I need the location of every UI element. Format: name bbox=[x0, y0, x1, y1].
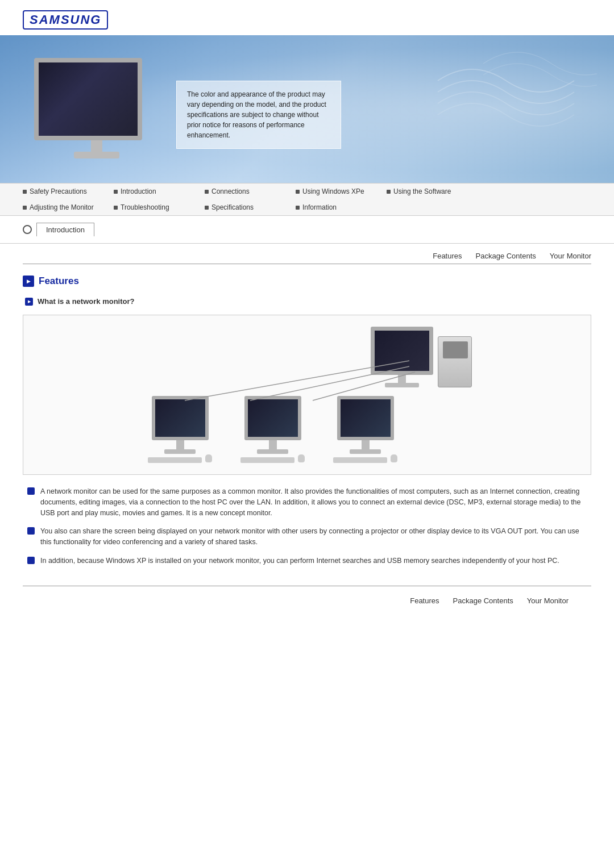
bottom-sub-nav-package[interactable]: Package Contents bbox=[453, 596, 513, 605]
pc-monitor-unit bbox=[371, 327, 433, 387]
nav-item-software[interactable]: Using the Software bbox=[387, 183, 478, 199]
features-heading: Features bbox=[23, 276, 591, 287]
sub-nav-features[interactable]: Features bbox=[433, 252, 462, 260]
pc-monitor-foot bbox=[385, 383, 419, 387]
nav-label-intro: Introduction bbox=[121, 187, 156, 195]
monitor-foot-3 bbox=[350, 449, 381, 454]
main-content: Features What is a network monitor? bbox=[0, 264, 614, 586]
bullet-text-3: In addition, because Windows XP is insta… bbox=[40, 556, 559, 566]
bottom-sub-nav-your-monitor[interactable]: Your Monitor bbox=[527, 596, 569, 605]
nav-label-adjusting: Adjusting the Monitor bbox=[30, 203, 94, 211]
keyboard-1 bbox=[148, 457, 202, 463]
features-bullet-list: A network monitor can be used for the sa… bbox=[27, 486, 591, 566]
hero-banner: The color and appearance of the product … bbox=[0, 35, 614, 183]
nav-bullet-information bbox=[296, 206, 300, 210]
bullet-icon-3 bbox=[27, 557, 35, 564]
nav-item-adjusting[interactable]: Adjusting the Monitor bbox=[23, 199, 114, 215]
nav-label-troubleshooting: Troubleshooting bbox=[121, 203, 169, 211]
nav-item-intro[interactable]: Introduction bbox=[114, 183, 205, 199]
top-sub-nav: Features Package Contents Your Monitor bbox=[0, 244, 614, 264]
nav-bullet-connections bbox=[205, 190, 209, 194]
mouse-3 bbox=[391, 454, 397, 462]
breadcrumb-tab[interactable]: Introduction bbox=[36, 223, 94, 236]
diagram-container bbox=[136, 327, 478, 463]
nav-bullet-specifications bbox=[205, 206, 209, 210]
hero-description-box: The color and appearance of the product … bbox=[176, 81, 341, 149]
sub-heading-network: What is a network monitor? bbox=[25, 297, 591, 306]
keyboard-mouse-2 bbox=[240, 454, 305, 463]
nav-label-connections: Connections bbox=[211, 187, 250, 195]
keyboard-3 bbox=[333, 457, 387, 463]
bullet-item-2: You also can share the screen being disp… bbox=[27, 526, 591, 548]
bullet-item-3: In addition, because Windows XP is insta… bbox=[27, 556, 591, 566]
monitor-unit-1 bbox=[148, 396, 212, 463]
monitor-group bbox=[148, 396, 397, 463]
sub-heading-text: What is a network monitor? bbox=[38, 297, 134, 306]
hero-monitor-illustration bbox=[34, 58, 159, 172]
pc-tower bbox=[438, 336, 472, 387]
navigation-bar: Safety Precautions Introduction Connecti… bbox=[0, 183, 614, 216]
hero-waves-decoration bbox=[426, 47, 597, 160]
nav-row-1: Safety Precautions Introduction Connecti… bbox=[23, 183, 591, 199]
monitor-screen-2 bbox=[244, 396, 301, 440]
nav-item-information[interactable]: Information bbox=[296, 199, 387, 215]
mouse-2 bbox=[298, 454, 305, 462]
keyboard-mouse-3 bbox=[333, 454, 397, 463]
sub-heading-icon bbox=[25, 298, 33, 306]
nav-bullet-software bbox=[387, 190, 391, 194]
nav-label-specifications: Specifications bbox=[211, 203, 254, 211]
nav-item-windows[interactable]: Using Windows XPe bbox=[296, 183, 387, 199]
bullet-icon-2 bbox=[27, 527, 35, 535]
nav-bullet-windows bbox=[296, 190, 300, 194]
monitor-foot-1 bbox=[164, 449, 196, 454]
nav-bullet-safety bbox=[23, 190, 27, 194]
nav-label-information: Information bbox=[302, 203, 337, 211]
monitor-neck-2 bbox=[269, 440, 277, 449]
monitor-unit-3 bbox=[333, 396, 397, 463]
pc-monitor-screen bbox=[371, 327, 433, 375]
hero-description-text: The color and appearance of the product … bbox=[187, 90, 326, 139]
pc-group bbox=[371, 327, 472, 387]
logo-bar: SAMSUNG bbox=[0, 0, 614, 35]
bullet-text-1: A network monitor can be used for the sa… bbox=[40, 486, 591, 518]
nav-item-specifications[interactable]: Specifications bbox=[205, 199, 296, 215]
bullet-text-2: You also can share the screen being disp… bbox=[40, 526, 591, 548]
features-title: Features bbox=[39, 276, 79, 287]
nav-label-windows: Using Windows XPe bbox=[302, 187, 364, 195]
mouse-1 bbox=[205, 454, 212, 462]
hero-monitor-foot bbox=[74, 152, 119, 158]
breadcrumb-area: Introduction bbox=[0, 216, 614, 244]
nav-item-connections[interactable]: Connections bbox=[205, 183, 296, 199]
monitor-neck-3 bbox=[362, 440, 370, 449]
hero-monitor-neck bbox=[91, 140, 102, 152]
nav-bullet-intro bbox=[114, 190, 118, 194]
monitor-neck-1 bbox=[176, 440, 184, 449]
keyboard-2 bbox=[240, 457, 294, 463]
monitor-foot-2 bbox=[257, 449, 288, 454]
monitor-screen-1 bbox=[152, 396, 209, 440]
nav-item-safety[interactable]: Safety Precautions bbox=[23, 183, 114, 199]
bottom-sub-nav-features[interactable]: Features bbox=[410, 596, 439, 605]
nav-row-2: Adjusting the Monitor Troubleshooting Sp… bbox=[23, 199, 591, 215]
bullet-icon-1 bbox=[27, 487, 35, 495]
breadcrumb-icon bbox=[23, 225, 32, 234]
nav-label-safety: Safety Precautions bbox=[30, 187, 87, 195]
sub-nav-your-monitor[interactable]: Your Monitor bbox=[550, 252, 591, 260]
nav-bullet-adjusting bbox=[23, 206, 27, 210]
bottom-sub-nav: Features Package Contents Your Monitor bbox=[23, 586, 591, 613]
sub-nav-package[interactable]: Package Contents bbox=[476, 252, 536, 260]
nav-label-software: Using the Software bbox=[393, 187, 451, 195]
network-diagram-box bbox=[23, 315, 591, 475]
hero-monitor-screen bbox=[34, 58, 142, 140]
pc-monitor-neck bbox=[398, 375, 406, 383]
nav-bullet-troubleshooting bbox=[114, 206, 118, 210]
features-heading-icon bbox=[23, 276, 34, 287]
keyboard-mouse-1 bbox=[148, 454, 212, 463]
samsung-logo: SAMSUNG bbox=[23, 10, 108, 30]
bullet-item-1: A network monitor can be used for the sa… bbox=[27, 486, 591, 518]
monitor-screen-3 bbox=[337, 396, 394, 440]
nav-item-troubleshooting[interactable]: Troubleshooting bbox=[114, 199, 205, 215]
monitor-unit-2 bbox=[240, 396, 305, 463]
